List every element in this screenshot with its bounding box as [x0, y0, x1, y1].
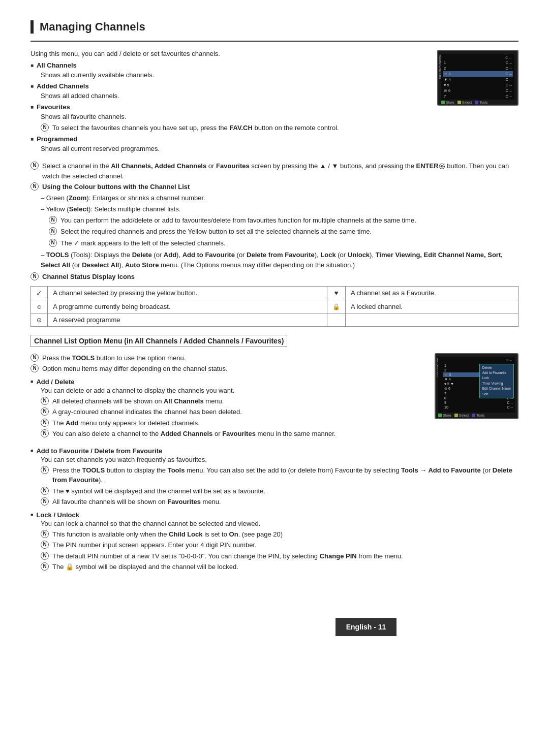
note-child-lock: N This function is available only when t…	[41, 529, 518, 540]
note-icon-13: N	[41, 429, 49, 437]
status-icon-heart: ♥	[327, 286, 345, 300]
tv-screen-added-channels: Added Channels C -- 1C -- 2C -- ☺ 3C -- …	[437, 50, 518, 106]
sub-note-add: N You can perform the add/delete or add …	[49, 215, 518, 226]
status-icon-lock: 🔒	[327, 300, 345, 313]
note-add-menu: N The Add menu only appears for deleted …	[41, 418, 424, 428]
note-all-deleted: N All deleted channels will be shown on …	[41, 396, 424, 406]
favourites-heading: Favourites	[30, 103, 427, 111]
note-also-delete: N You can also delete a channel to the A…	[41, 429, 424, 439]
note-icon-8: N	[30, 354, 39, 362]
note-heart-symbol: N The ♥ symbol will be displayed and the…	[41, 486, 518, 496]
note-lock-symbol: N The 🔒 symbol will be displayed and the…	[41, 562, 518, 572]
status-icon-clock: ⊙	[31, 313, 48, 326]
menu-item-edit: Edit Channel Name	[482, 386, 511, 391]
menu-item-sort: Sort	[482, 392, 511, 397]
note-icon-12: N	[41, 419, 49, 427]
status-desc-tv: A programme currently being broadcast.	[48, 300, 327, 313]
ch-row: 2C --	[443, 66, 513, 71]
status-table: ✓ A channel selected by pressing the yel…	[30, 286, 518, 327]
tv-screen2-inner: C -- 1C -- 2C -- ☺3C -- ▼ 4C -- ♥ 5 ▼C -…	[438, 357, 515, 413]
sub-note-checkmark: N The ✓ mark appears to the left of the …	[49, 238, 518, 248]
ch-row2-9: 9C --	[443, 400, 514, 405]
channel-list-option-section: Channel List Option Menu (in All Channel…	[30, 335, 518, 351]
note-colour-buttons: N Using the Colour buttons with the Chan…	[30, 182, 518, 192]
programmed-body: Shows all current reserved programmes.	[41, 144, 427, 154]
note-option-items: N Option menu items may differ depending…	[30, 364, 424, 374]
menu-popup: Delete Add to Favourite Lock Timer Viewi…	[479, 364, 514, 398]
note-icon-18: N	[41, 541, 49, 549]
note-icon-16: N	[41, 497, 49, 506]
sub-note-yellow: N Select the required channels and press…	[49, 227, 518, 237]
note-icon-9: N	[30, 364, 39, 372]
all-channels-heading: All Channels	[30, 61, 427, 69]
note-tools-menu: N Press the TOOLS button to display the …	[41, 465, 518, 485]
ch-row: 7C --	[443, 93, 513, 99]
added-channels-body: Shows all added channels.	[41, 91, 427, 101]
note-icon-20: N	[41, 562, 49, 571]
channel-list-section: N Press the TOOLS button to use the opti…	[30, 353, 518, 443]
status-icon-check: ✓	[31, 286, 48, 300]
add-delete-intro: You can delete or add a channel to displ…	[41, 387, 424, 394]
note-icon-7: N	[30, 272, 39, 280]
add-delete-heading: Add / Delete	[30, 378, 424, 386]
favourites-body: Shows all favourite channels.	[41, 112, 427, 122]
note-icon-15: N	[41, 487, 49, 495]
ch-row-selected: ☺ 3C --	[443, 71, 513, 77]
note-gray-channel: N A gray-coloured channel indicates the …	[41, 407, 424, 417]
tv-screen-all-channels: All Channels C -- 1C -- 2C -- ☺3C -- ▼ 4…	[435, 353, 518, 419]
favourites-note: N To select the favourites channels you …	[41, 123, 427, 133]
intro-text: Using this menu, you can add / delete or…	[30, 50, 427, 57]
menu-item-add-fav: Add to Favourite	[482, 370, 511, 375]
menu-item-delete: Delete	[482, 365, 511, 370]
lock-unlock-intro: You can lock a channel so that the chann…	[41, 520, 518, 527]
status-desc-empty	[345, 313, 518, 326]
add-to-fav-heading: Add to Favourite / Delete from Favourite	[30, 447, 518, 455]
tv-footer-bar-2: Store Select Tools	[438, 414, 515, 417]
menu-item-timer: Timer Viewing	[482, 381, 511, 386]
note-icon-2: N	[30, 162, 39, 170]
note-default-pin: N The default PIN number of a new TV set…	[41, 551, 518, 561]
note-icon-5: N	[49, 227, 57, 235]
note-press-tools: N Press the TOOLS button to use the opti…	[30, 353, 424, 363]
ch-row: ♥ 5C --	[443, 82, 513, 88]
note-select-channel: N Select a channel in the All Channels, …	[30, 161, 518, 181]
lock-unlock-heading: Lock / Unlock	[30, 511, 518, 519]
status-desc-clock: A reserved programme	[48, 313, 327, 326]
status-row-2: ☺ A programme currently being broadcast.…	[31, 300, 518, 313]
status-row-1: ✓ A channel selected by pressing the yel…	[31, 286, 518, 300]
note-icon-10: N	[41, 397, 49, 405]
note-icon: N	[41, 123, 49, 132]
dash-yellow: Yellow (Select): Selects multiple channe…	[41, 204, 518, 214]
channel-list-option-heading: Channel List Option Menu (in All Channel…	[30, 335, 287, 347]
note-channel-status: N Channel Status Display Icons	[30, 272, 518, 282]
note-icon-14: N	[41, 466, 49, 474]
all-channels-body: Shows all currently available channels.	[41, 70, 427, 80]
programmed-heading: Programmed	[30, 135, 427, 143]
ch-row: ▼ 4C --	[443, 77, 513, 82]
add-to-fav-intro: You can set channels you watch frequentl…	[41, 456, 518, 463]
status-icon-empty	[327, 313, 345, 326]
status-desc-check: A channel selected by pressing the yello…	[48, 286, 327, 300]
status-desc-heart: A channel set as a Favourite.	[345, 286, 518, 300]
note-icon-3: N	[30, 182, 39, 191]
status-desc-lock: A locked channel.	[345, 300, 518, 313]
channel-list-text: N Press the TOOLS button to use the opti…	[30, 353, 435, 443]
ch-row: 1C --	[443, 60, 513, 66]
top-text: Using this menu, you can add / delete or…	[30, 50, 437, 156]
title-divider	[30, 41, 518, 42]
status-row-3: ⊙ A reserved programme	[31, 313, 518, 326]
page-footer: English - 11	[336, 618, 396, 636]
ch-row: 8C --	[443, 99, 513, 100]
top-section: Using this menu, you can add / delete or…	[30, 50, 518, 156]
menu-item-lock: Lock	[482, 375, 511, 381]
note-all-fav: N All favourite channels will be shown o…	[41, 497, 518, 507]
ch-row2-10: 10C --	[443, 405, 514, 410]
dash-tools: TOOLS (Tools): Displays the Delete (or A…	[41, 250, 518, 270]
note-icon-6: N	[49, 239, 57, 247]
page-title: Managing Channels	[30, 20, 518, 34]
tv-footer-bar: Store Select Tools	[441, 101, 514, 104]
note-icon-11: N	[41, 407, 49, 416]
status-icon-tv: ☺	[31, 300, 48, 313]
note-icon-17: N	[41, 530, 49, 538]
tv-screen-inner: C -- 1C -- 2C -- ☺ 3C -- ▼ 4C -- ♥ 5C --…	[441, 54, 514, 100]
